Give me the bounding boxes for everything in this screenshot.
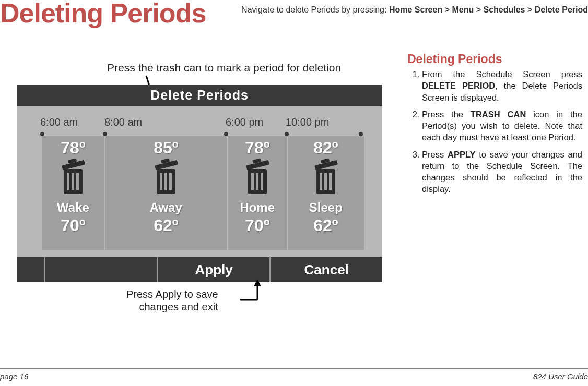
instruction-step: Press the TRASH CAN icon in the Period(s… xyxy=(422,108,582,143)
instructions-title: Deleting Periods xyxy=(407,52,582,66)
page-title: Deleting Periods xyxy=(0,0,206,29)
svg-rect-9 xyxy=(160,173,162,190)
breadcrumb-prefix: Navigate to delete Periods by pressing: xyxy=(241,5,389,14)
svg-rect-23 xyxy=(329,173,332,190)
tick-dot xyxy=(285,132,289,136)
tick-dot xyxy=(224,132,228,136)
trash-icon[interactable] xyxy=(242,156,273,198)
period-hi: 82º xyxy=(313,138,338,158)
time-label: 8:00 am xyxy=(104,116,142,128)
timeline-area: 6:00 am8:00 am6:00 pm10:00 pm 78º Wake70… xyxy=(17,106,382,257)
trash-icon[interactable] xyxy=(310,156,342,198)
period-name: Away xyxy=(150,200,182,215)
period-lo: 70º xyxy=(61,216,85,235)
footer-guide: 824 User Guide xyxy=(533,372,588,381)
instruction-step: From the Schedule Screen press DELETE PE… xyxy=(422,68,582,103)
breadcrumb: Navigate to delete Periods by pressing: … xyxy=(241,5,588,15)
thermostat-screen: Delete Periods 6:00 am8:00 am6:00 pm10:0… xyxy=(17,85,382,282)
apply-button[interactable]: Apply xyxy=(158,257,271,282)
period-name: Sleep xyxy=(309,200,343,215)
instructions-panel: Deleting Periods From the Schedule Scree… xyxy=(407,52,582,200)
period-lo: 62º xyxy=(313,216,338,235)
period-name: Wake xyxy=(57,200,89,215)
cancel-button[interactable]: Cancel xyxy=(271,257,382,282)
tick-dot xyxy=(40,132,44,136)
breadcrumb-home: Home Screen xyxy=(389,5,442,14)
footer: page 16 824 User Guide xyxy=(0,368,588,381)
svg-rect-17 xyxy=(261,173,263,190)
svg-rect-5 xyxy=(76,173,79,190)
callout-apply-l2: changes and exit xyxy=(139,301,218,312)
time-label: 6:00 pm xyxy=(226,116,263,128)
bottom-spacer xyxy=(45,257,158,282)
tick-dot xyxy=(359,132,363,136)
period-lo: 70º xyxy=(245,216,269,235)
callout-apply-l1: Press Apply to save xyxy=(126,288,218,300)
bottom-bar: Apply Cancel xyxy=(17,257,382,282)
period-hi: 78º xyxy=(61,138,85,158)
svg-rect-3 xyxy=(67,173,69,190)
screen-title: Delete Periods xyxy=(17,85,382,106)
svg-rect-21 xyxy=(320,173,322,190)
svg-rect-22 xyxy=(324,173,327,190)
trash-icon[interactable] xyxy=(150,156,182,198)
time-label: 10:00 pm xyxy=(286,116,329,128)
period-lo: 62º xyxy=(154,216,178,235)
svg-rect-10 xyxy=(164,173,167,190)
svg-rect-16 xyxy=(256,173,258,190)
period-hi: 78º xyxy=(245,138,269,158)
breadcrumb-delete: Delete Period xyxy=(535,5,588,14)
trash-icon[interactable] xyxy=(57,156,89,198)
breadcrumb-schedules: Schedules xyxy=(483,5,525,14)
arrow-bottom-icon xyxy=(238,279,269,305)
times-row: 6:00 am8:00 am6:00 pm10:00 pm xyxy=(17,116,382,129)
svg-rect-4 xyxy=(72,173,74,190)
period-name: Home xyxy=(240,200,275,215)
svg-rect-11 xyxy=(169,173,172,190)
breadcrumb-sep: > xyxy=(445,5,452,14)
breadcrumb-sep: > xyxy=(476,5,484,14)
bottom-spacer xyxy=(17,257,45,282)
breadcrumb-menu: Menu xyxy=(452,5,474,14)
time-label: 6:00 am xyxy=(40,116,78,128)
period-wake[interactable]: 78º Wake70º xyxy=(42,136,105,250)
periods-row: 78º Wake70º85º Away62º78º Home70º82º xyxy=(42,136,364,250)
period-home[interactable]: 78º Home70º xyxy=(228,136,288,250)
callout-trash: Press the trash can to mark a period for… xyxy=(107,62,341,74)
breadcrumb-sep: > xyxy=(527,5,535,14)
callout-apply: Press Apply to save changes and exit xyxy=(126,288,218,313)
period-away[interactable]: 85º Away62º xyxy=(105,136,228,250)
tick-dot xyxy=(103,132,107,136)
svg-rect-15 xyxy=(251,173,254,190)
period-sleep[interactable]: 82º Sleep62º xyxy=(288,136,364,250)
instructions-list: From the Schedule Screen press DELETE PE… xyxy=(422,68,582,195)
footer-page: page 16 xyxy=(0,372,28,381)
instruction-step: Press APPLY to save your changes and ret… xyxy=(422,149,582,195)
period-hi: 85º xyxy=(154,138,178,158)
